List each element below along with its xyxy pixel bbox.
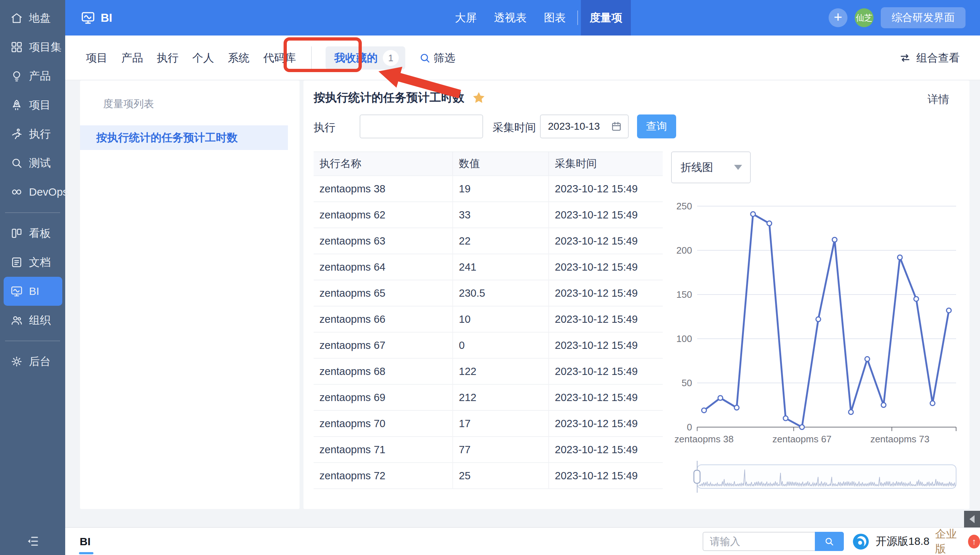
table-cell: 2023-10-12 15:49 [549, 411, 663, 436]
sidebar-item-label: 文档 [29, 255, 51, 270]
table-row: zentaopms 642412023-10-12 15:49 [314, 254, 663, 280]
topbar-item[interactable]: 图表 [535, 0, 574, 35]
bi-icon [10, 285, 23, 298]
topbar-item[interactable]: 大屏 [446, 0, 485, 35]
combine-view-button[interactable]: 组合查看 [899, 35, 960, 80]
subnav-tabs: 项目产品执行个人系统代码库 我收藏的 1 筛选 [86, 35, 455, 80]
workspace-switch-label: 综合研发界面 [892, 11, 954, 25]
measures-list: 按执行统计的任务预计工时数 [80, 125, 299, 150]
sidebar-item-地盘[interactable]: 地盘 [0, 4, 65, 33]
panel-collapse-toggle[interactable] [964, 511, 980, 528]
detail-link[interactable]: 详情 [927, 92, 949, 107]
sidebar-item-文档[interactable]: 文档 [0, 248, 65, 277]
measures-list-title: 度量项列表 [80, 80, 299, 111]
app-logo[interactable]: BI [80, 0, 112, 35]
table-row: zentaopms 681222023-10-12 15:49 [314, 358, 663, 384]
people-icon [10, 314, 23, 327]
table-row: zentaopms 38192023-10-12 15:49 [314, 176, 663, 202]
collect-date-input[interactable]: 2023-10-13 [540, 114, 629, 138]
table-cell: 2023-10-12 15:49 [549, 306, 663, 332]
table-cell: zentaopms 71 [314, 436, 453, 463]
table-cell: zentaopms 72 [314, 463, 453, 489]
subnav-tab[interactable]: 项目 [86, 51, 107, 66]
sidebar-item-执行[interactable]: 执行 [0, 120, 65, 149]
svg-text:150: 150 [676, 289, 692, 300]
datazoom-slider[interactable] [668, 460, 967, 494]
sidebar-item-后台[interactable]: 后台 [0, 347, 65, 376]
sidebar-collapse-button[interactable] [0, 534, 65, 549]
table-cell: zentaopms 62 [314, 202, 453, 228]
subnav-tab[interactable]: 执行 [157, 51, 179, 66]
subnav-tab[interactable]: 代码库 [263, 51, 296, 66]
topbar: BI 大屏透视表图表度量项 + 仙芝 综合研发界面 [65, 0, 980, 35]
query-button[interactable]: 查询 [637, 114, 676, 138]
chart-type-value: 折线图 [681, 160, 713, 175]
filter-button[interactable]: 筛选 [419, 51, 455, 66]
subnav-tab[interactable]: 个人 [192, 51, 214, 66]
favorite-star-icon[interactable] [472, 91, 486, 105]
exec-filter-input[interactable] [360, 114, 483, 138]
sidebar-item-项目集[interactable]: 项目集 [0, 33, 65, 62]
table-cell: 0 [453, 332, 549, 358]
sidebar-item-label: 后台 [29, 354, 51, 369]
sidebar-item-产品[interactable]: 产品 [0, 62, 65, 91]
grid-icon [10, 40, 23, 54]
table-column-header: 采集时间 [549, 152, 663, 176]
enterprise-label: 企业版 [935, 527, 963, 555]
table-cell: 2023-10-12 15:49 [549, 436, 663, 463]
measure-title: 按执行统计的任务预计工时数 [314, 90, 464, 106]
table-cell: 2023-10-12 15:49 [549, 463, 663, 489]
enterprise-upgrade-link[interactable]: 企业版 ↑ [935, 528, 980, 555]
tab-my-favorites[interactable]: 我收藏的 1 [325, 47, 405, 69]
sidebar-nav: 地盘项目集产品项目执行测试DevOps看板文档BI组织后台 [0, 0, 65, 376]
footer-search-button[interactable] [815, 532, 844, 551]
topbar-right: + 仙芝 综合研发界面 [829, 0, 966, 35]
table-row: zentaopms 65230.52023-10-12 15:49 [314, 280, 663, 306]
topbar-item[interactable]: 透视表 [485, 0, 535, 35]
table-cell: 33 [453, 202, 549, 228]
sidebar-divider [5, 340, 60, 341]
table-cell: 212 [453, 384, 549, 411]
svg-text:zentaopms 73: zentaopms 73 [870, 434, 929, 444]
subnav-tab[interactable]: 产品 [121, 51, 143, 66]
sidebar-item-组织[interactable]: 组织 [0, 306, 65, 335]
collect-date-value: 2023-10-13 [548, 120, 600, 132]
footer-tab-bi[interactable]: BI [80, 528, 91, 555]
footer-tab-label: BI [80, 536, 91, 548]
table-cell: 22 [453, 228, 549, 254]
avatar-name: 仙芝 [856, 12, 873, 24]
triangle-left-icon [969, 515, 975, 523]
table-cell: zentaopms 64 [314, 254, 453, 280]
subnav-tab[interactable]: 系统 [228, 51, 250, 66]
avatar[interactable]: 仙芝 [855, 8, 874, 27]
line-chart[interactable]: 050100150200250zentaopms 38zentaopms 67z… [668, 197, 967, 451]
sidebar-item-label: 项目 [29, 98, 51, 113]
svg-text:250: 250 [676, 201, 692, 212]
table-row: zentaopms 6702023-10-12 15:49 [314, 332, 663, 358]
chart-type-select[interactable]: 折线图 [671, 151, 751, 183]
svg-text:200: 200 [676, 245, 692, 256]
sidebar-item-测试[interactable]: 测试 [0, 149, 65, 178]
footer-search [703, 532, 844, 551]
zentao-logo-icon [852, 533, 870, 551]
table-cell: 2023-10-12 15:49 [549, 202, 663, 228]
sidebar-item-label: DevOps [29, 186, 68, 198]
footer-search-input[interactable] [703, 532, 815, 551]
svg-text:100: 100 [676, 333, 692, 344]
sidebar-item-项目[interactable]: 项目 [0, 91, 65, 120]
add-button[interactable]: + [829, 8, 847, 27]
sidebar-item-看板[interactable]: 看板 [0, 219, 65, 248]
bi-monitor-icon [80, 10, 96, 26]
exec-filter-label: 执行 [314, 120, 335, 135]
sidebar: 地盘项目集产品项目执行测试DevOps看板文档BI组织后台 [0, 0, 65, 555]
topbar-item-active[interactable]: 度量项 [581, 0, 631, 35]
table-cell: 2023-10-12 15:49 [549, 280, 663, 306]
measure-list-item[interactable]: 按执行统计的任务预计工时数 [80, 125, 288, 150]
table-cell: zentaopms 68 [314, 358, 453, 384]
chevron-down-icon [734, 165, 742, 170]
sidebar-item-devops[interactable]: DevOps [0, 178, 65, 207]
home-icon [10, 11, 23, 25]
svg-text:0: 0 [687, 422, 692, 433]
workspace-switch-button[interactable]: 综合研发界面 [881, 7, 966, 28]
sidebar-item-bi[interactable]: BI [4, 277, 62, 306]
